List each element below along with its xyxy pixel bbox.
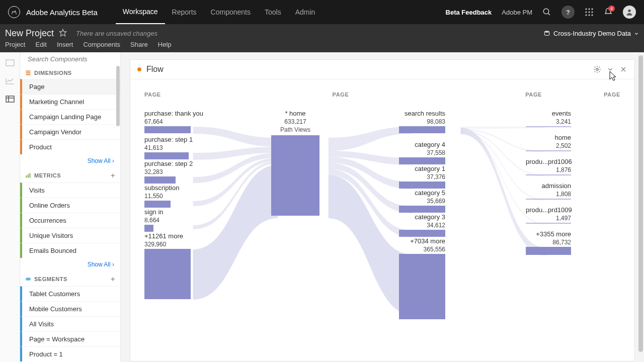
dim-item[interactable]: Campaign Vendor (20, 124, 120, 139)
search-icon[interactable] (542, 8, 551, 17)
nav-tab-components[interactable]: Components (204, 0, 258, 24)
report-suite-picker[interactable]: Cross-Industry Demo Data (543, 30, 639, 37)
beta-feedback-link[interactable]: Beta Feedback (446, 9, 492, 16)
menu-share[interactable]: Share (130, 41, 148, 48)
svg-point-9 (588, 14, 590, 16)
segments-header[interactable]: SEGMENTS + (20, 271, 120, 286)
filter-icon[interactable] (116, 56, 116, 63)
org-switcher[interactable]: Adobe PM (502, 9, 532, 16)
metrics-show-all[interactable]: Show All › (20, 258, 120, 271)
panel-color-dot (137, 67, 141, 71)
svg-point-4 (591, 8, 593, 10)
flow-diagram[interactable]: PAGE PAGE PAGE PAGE purchase: thank you6… (130, 79, 634, 361)
flow-node[interactable]: +7034 more365,556 (399, 237, 445, 319)
chart-icon[interactable] (6, 77, 15, 84)
menu-help[interactable]: Help (158, 41, 172, 48)
met-item[interactable]: Online Orders (20, 198, 120, 213)
nav-tab-admin[interactable]: Admin (288, 0, 323, 24)
seg-item[interactable]: Product = 1 (20, 346, 120, 361)
svg-rect-15 (6, 96, 14, 102)
close-icon[interactable] (619, 65, 627, 73)
brand-logo-icon (8, 6, 20, 18)
svg-rect-14 (6, 60, 14, 66)
svg-rect-25 (30, 173, 31, 178)
svg-point-11 (628, 10, 630, 12)
flow-node[interactable]: category 437,558 (399, 141, 445, 164)
project-title[interactable]: New Project (5, 28, 54, 39)
project-bar: New Project There are unsaved changes Cr… (0, 24, 644, 52)
panel-icon[interactable] (6, 59, 15, 66)
svg-point-5 (585, 11, 587, 13)
seg-item[interactable]: Mobile Customers (20, 301, 120, 316)
flow-node[interactable]: category 535,669 (399, 189, 445, 213)
workspace-canvas[interactable]: Flow PAGE PAGE PAGE PAGE purchase: thank… (121, 52, 644, 362)
nav-tab-workspace[interactable]: Workspace (116, 0, 165, 24)
flow-visualization-panel: Flow PAGE PAGE PAGE PAGE purchase: thank… (130, 59, 635, 361)
dim-item[interactable]: Campaign Landing Page (20, 109, 120, 124)
flow-node[interactable]: purchase: thank you67,664 (144, 110, 203, 133)
menu-project[interactable]: Project (5, 41, 25, 48)
dim-item[interactable]: Marketing Channel (20, 94, 120, 109)
svg-point-3 (588, 8, 590, 10)
dim-item[interactable]: Page (20, 79, 120, 94)
svg-point-8 (585, 14, 587, 16)
dim-item[interactable]: Product (20, 139, 120, 154)
flow-node[interactable]: produ...prd10091,497 (526, 206, 571, 224)
dimensions-show-all[interactable]: Show All › (20, 154, 120, 167)
table-icon[interactable] (6, 96, 15, 103)
settings-gear-icon[interactable] (593, 65, 601, 73)
dimensions-header[interactable]: DIMENSIONS (20, 66, 120, 79)
seg-item[interactable]: All Visits (20, 316, 120, 331)
collapse-chevron-icon[interactable] (606, 65, 614, 73)
flow-node[interactable]: +11261 more329,960 (144, 232, 191, 299)
met-item[interactable]: Visits (20, 183, 120, 198)
met-item[interactable]: Unique Visitors (20, 228, 120, 243)
brand-title: Adobe Analytics Beta (26, 8, 98, 17)
met-item[interactable]: Emails Bounced (20, 243, 120, 258)
flow-node[interactable]: category 137,376 (399, 165, 445, 189)
svg-point-10 (591, 14, 593, 16)
flow-column-header: PAGE (406, 92, 542, 98)
favorite-star-icon[interactable] (59, 29, 67, 38)
svg-point-28 (596, 68, 598, 70)
help-icon[interactable]: ? (561, 6, 575, 19)
menu-edit[interactable]: Edit (35, 41, 46, 48)
flow-node[interactable]: home2,502 (526, 134, 571, 151)
metrics-header[interactable]: METRICS + (20, 167, 120, 183)
flow-node[interactable]: produ...prd10061,876 (526, 158, 571, 175)
flow-center-node[interactable]: * home633,217Path Views (271, 110, 319, 216)
nav-tab-tools[interactable]: Tools (258, 0, 288, 24)
apps-icon[interactable] (585, 8, 594, 17)
flow-node[interactable]: category 334,612 (399, 213, 445, 237)
flow-node[interactable]: events3,241 (526, 110, 571, 127)
svg-point-0 (543, 9, 549, 14)
panel-title[interactable]: Flow (146, 65, 164, 74)
flow-column-header: PAGE (275, 92, 406, 98)
components-search-input[interactable] (28, 55, 113, 63)
add-segment-icon[interactable]: + (111, 275, 115, 283)
global-nav: Adobe Analytics Beta WorkspaceReportsCom… (0, 0, 644, 24)
flow-node[interactable]: purchase: step 141,613 (144, 136, 193, 159)
flow-node[interactable]: +3355 more86,732 (526, 230, 571, 255)
flow-node[interactable]: sign in8,664 (144, 208, 164, 232)
add-metric-icon[interactable]: + (111, 171, 115, 179)
components-scrollbar[interactable] (116, 66, 120, 126)
seg-item[interactable]: Tablet Customers (20, 286, 120, 301)
svg-rect-20 (26, 71, 31, 72)
flow-node[interactable]: search results98,083 (399, 110, 445, 133)
visualization-rail (0, 52, 20, 362)
flow-column-header: PAGE (144, 92, 275, 98)
notifications-icon[interactable]: 4 (604, 8, 613, 17)
flow-node[interactable]: admission1,808 (526, 182, 571, 200)
seg-item[interactable]: Page = Workspace (20, 331, 120, 346)
canvas-scrollbar[interactable] (638, 55, 643, 352)
flow-node[interactable]: subscription11,550 (144, 184, 179, 208)
menu-components[interactable]: Components (83, 41, 120, 48)
chevron-down-icon (634, 31, 639, 36)
svg-rect-21 (26, 72, 31, 73)
avatar[interactable] (623, 6, 636, 19)
flow-node[interactable]: purchase: step 232,283 (144, 160, 193, 184)
menu-insert[interactable]: Insert (57, 41, 73, 48)
met-item[interactable]: Occurrences (20, 213, 120, 228)
nav-tab-reports[interactable]: Reports (165, 0, 204, 24)
